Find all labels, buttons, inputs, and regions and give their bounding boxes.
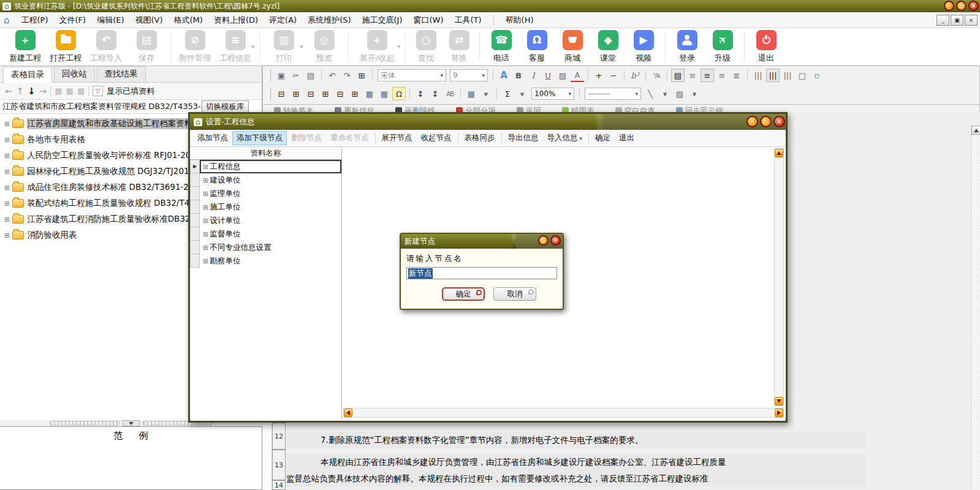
- child-close-button[interactable]: ×: [965, 15, 978, 26]
- menu-upload[interactable]: 资料上报(D): [208, 13, 264, 28]
- confirm-button[interactable]: 确定: [591, 131, 615, 145]
- menu-assess[interactable]: 评定(A): [264, 13, 302, 28]
- menu-system[interactable]: 系统维护(S): [302, 13, 356, 28]
- dialog-minimize-button[interactable]: –: [746, 116, 758, 127]
- filter-label[interactable]: 显示已填资料: [107, 86, 154, 97]
- fraction-icon[interactable]: ¹/a: [650, 69, 663, 82]
- menu-format[interactable]: 格式(M): [169, 13, 208, 28]
- vertical-bottom-icon[interactable]: |||: [781, 69, 794, 82]
- chevron-down-icon[interactable]: ▾: [515, 87, 529, 100]
- diagonal-line-icon[interactable]: ╲: [644, 87, 657, 100]
- strike-line-button[interactable]: 画删除线: [395, 106, 435, 112]
- dialog-close-button[interactable]: ×: [773, 116, 785, 127]
- mall-button[interactable]: 商城: [555, 30, 590, 64]
- document-line[interactable]: 监督总站负责具体技术内容的解释。本规程在执行过程中，如有需要修改或补充之处，请反…: [286, 470, 865, 487]
- video-button[interactable]: ▶ 视频: [626, 30, 661, 64]
- find-button[interactable]: ○ 查找: [409, 30, 443, 64]
- collapse-nodes-button[interactable]: 收起节点: [417, 131, 456, 145]
- increase-size-icon[interactable]: +: [592, 69, 606, 82]
- delete-row-icon[interactable]: ⊞: [348, 87, 362, 100]
- cut-icon[interactable]: ✂: [289, 69, 303, 82]
- add-child-node-button[interactable]: 添加下级节点: [232, 131, 287, 145]
- cancel-button[interactable]: 取消: [493, 287, 536, 301]
- paste-special-icon[interactable]: ⊞: [355, 69, 368, 82]
- chevron-down-icon[interactable]: ▾: [397, 43, 400, 50]
- italic-icon[interactable]: I: [526, 69, 540, 82]
- insert-row-left-icon[interactable]: ⊟: [275, 87, 288, 100]
- info-tree-row[interactable]: ⊞施工单位: [190, 200, 341, 214]
- preview-button[interactable]: ◎ 预览: [304, 30, 344, 64]
- export-info-button[interactable]: 导出信息: [504, 131, 543, 145]
- toolbar-grip[interactable]: [268, 69, 271, 81]
- underline-icon[interactable]: U: [541, 69, 555, 82]
- dialog-maximize-button[interactable]: ▫: [760, 116, 772, 127]
- login-button[interactable]: 登录: [669, 30, 705, 64]
- info-tree-row[interactable]: ▶ ⊞工程信息: [190, 160, 341, 173]
- menu-file[interactable]: 文件(F): [54, 13, 92, 28]
- child-restore-button[interactable]: ▣: [951, 15, 963, 26]
- blank-check-button[interactable]: 空白自查: [615, 106, 655, 112]
- filter-icon[interactable]: ▽: [93, 86, 103, 96]
- return-button[interactable]: 返回: [517, 106, 541, 112]
- align-justify-icon[interactable]: ▤: [671, 69, 685, 82]
- align-center-icon[interactable]: ≡: [701, 69, 714, 82]
- home-icon[interactable]: ⌂: [4, 15, 10, 26]
- border-style-icon[interactable]: ▨: [673, 87, 686, 100]
- expand-nodes-button[interactable]: 展开节点: [378, 131, 417, 145]
- bold-icon[interactable]: B: [512, 69, 525, 82]
- collapse-button[interactable]: [123, 420, 140, 426]
- menu-view[interactable]: 视图(V): [130, 13, 169, 28]
- dialog-vertical-scrollbar[interactable]: [774, 148, 784, 406]
- nav-up-icon[interactable]: ↑: [17, 86, 25, 97]
- window-restore-button[interactable]: ▫: [956, 1, 967, 11]
- ok-button[interactable]: 确定: [442, 287, 485, 301]
- info-tree-row[interactable]: ⊞设计单位: [190, 214, 341, 227]
- merge-cell-icon[interactable]: ⊟: [333, 87, 347, 100]
- new-project-button[interactable]: ＋ 新建工程: [5, 30, 45, 64]
- toolbar-grip[interactable]: [268, 88, 271, 100]
- tab-table-directory[interactable]: 表格目录: [3, 67, 52, 83]
- font-size-select[interactable]: 9▾: [450, 69, 488, 81]
- undo-icon[interactable]: ↶: [325, 69, 339, 82]
- child-minimize-button[interactable]: _: [936, 15, 949, 26]
- tab-recycle-bin[interactable]: 回收站: [54, 66, 95, 82]
- redo-icon[interactable]: ↷: [340, 69, 354, 82]
- window-minimize-button[interactable]: –: [944, 1, 954, 11]
- new-node-title-bar[interactable]: 新建节点 ▫ ×: [401, 234, 563, 249]
- import-info-button[interactable]: 导入信息▾: [543, 131, 587, 145]
- font-style-icon[interactable]: A: [497, 69, 511, 82]
- info-tree-row[interactable]: ⊞监理单位: [190, 187, 341, 200]
- menu-project[interactable]: 工程(P): [16, 13, 54, 28]
- align-distribute-icon[interactable]: ≣: [730, 69, 743, 82]
- font-family-select[interactable]: 宋体▾: [378, 69, 446, 81]
- scroll-left-button[interactable]: [344, 409, 352, 417]
- info-tree-row[interactable]: ⊞勘察单位: [190, 254, 341, 268]
- zoom-select[interactable]: 100%▾: [531, 88, 574, 100]
- table-style-icon[interactable]: ▦: [363, 87, 376, 100]
- scroll-down-button[interactable]: [775, 397, 783, 405]
- dialog-horizontal-scrollbar[interactable]: [343, 408, 784, 418]
- split-cell-icon[interactable]: ⊞: [319, 87, 332, 100]
- support-button[interactable]: Ω 客服: [519, 30, 555, 64]
- insert-row-above-icon[interactable]: ⊞: [289, 87, 303, 100]
- copy-icon[interactable]: ▣: [275, 69, 288, 82]
- replace-button[interactable]: ⇄ 替换: [443, 30, 476, 64]
- nav-right-icon[interactable]: →: [39, 86, 47, 97]
- table-grid-icon[interactable]: ▦: [378, 87, 391, 100]
- exit-dialog-button[interactable]: 退出: [615, 131, 639, 145]
- align-left-icon[interactable]: ≡: [686, 69, 699, 82]
- chevron-down-icon[interactable]: ▾: [300, 43, 303, 50]
- vertical-middle-icon[interactable]: |||: [766, 69, 780, 82]
- tab-search-results[interactable]: 查找结果: [97, 66, 146, 82]
- document-line[interactable]: 7.删除原规范“工程档案资料数字化管理”章节内容，新增对电子文件与电子档案的要求…: [286, 432, 865, 448]
- splitter-handle[interactable]: [50, 421, 120, 426]
- expand-collapse-button[interactable]: ＋ ▾ 展开/收起: [352, 30, 401, 64]
- chevron-down-icon[interactable]: ▾: [479, 87, 493, 100]
- menu-window[interactable]: 窗口(W): [408, 13, 449, 28]
- menu-tools[interactable]: 工具(T): [449, 13, 487, 28]
- scroll-up-button[interactable]: [971, 126, 980, 135]
- import-project-button[interactable]: ↶ 工程导入: [86, 30, 126, 64]
- classroom-button[interactable]: ◆ 课堂: [590, 30, 626, 64]
- new-node-close-button[interactable]: ×: [550, 235, 561, 246]
- paste-icon[interactable]: ▤: [304, 69, 317, 82]
